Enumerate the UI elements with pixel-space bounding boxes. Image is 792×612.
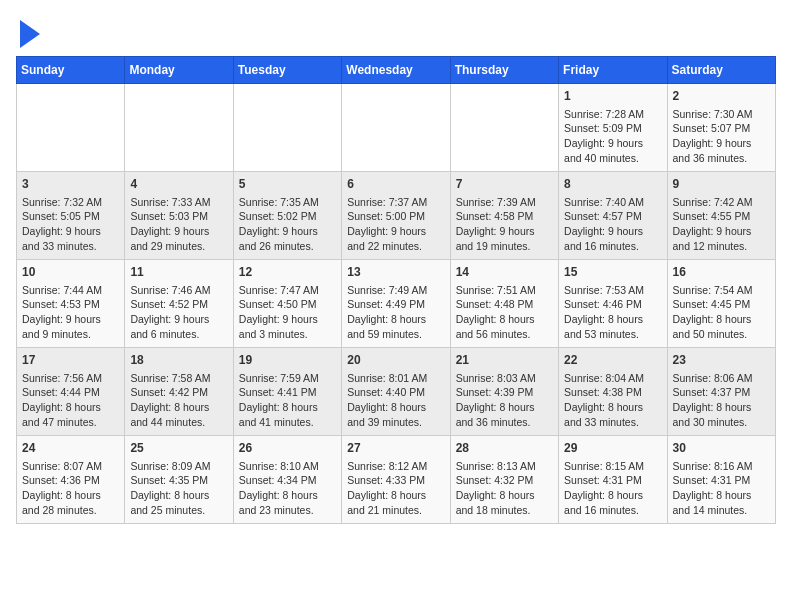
calendar-cell: 3Sunrise: 7:32 AM Sunset: 5:05 PM Daylig…	[17, 172, 125, 260]
calendar-cell	[233, 84, 341, 172]
calendar-week-row: 10Sunrise: 7:44 AM Sunset: 4:53 PM Dayli…	[17, 260, 776, 348]
day-number: 21	[456, 352, 553, 369]
day-info: Sunrise: 8:15 AM Sunset: 4:31 PM Dayligh…	[564, 459, 661, 518]
calendar-cell	[17, 84, 125, 172]
day-number: 11	[130, 264, 227, 281]
day-info: Sunrise: 8:09 AM Sunset: 4:35 PM Dayligh…	[130, 459, 227, 518]
calendar-cell: 23Sunrise: 8:06 AM Sunset: 4:37 PM Dayli…	[667, 348, 775, 436]
day-number: 14	[456, 264, 553, 281]
day-number: 25	[130, 440, 227, 457]
col-header-saturday: Saturday	[667, 57, 775, 84]
day-info: Sunrise: 8:16 AM Sunset: 4:31 PM Dayligh…	[673, 459, 770, 518]
day-number: 4	[130, 176, 227, 193]
day-info: Sunrise: 7:35 AM Sunset: 5:02 PM Dayligh…	[239, 195, 336, 254]
day-info: Sunrise: 7:40 AM Sunset: 4:57 PM Dayligh…	[564, 195, 661, 254]
calendar-cell: 10Sunrise: 7:44 AM Sunset: 4:53 PM Dayli…	[17, 260, 125, 348]
calendar-cell: 29Sunrise: 8:15 AM Sunset: 4:31 PM Dayli…	[559, 436, 667, 524]
day-info: Sunrise: 7:46 AM Sunset: 4:52 PM Dayligh…	[130, 283, 227, 342]
day-info: Sunrise: 7:54 AM Sunset: 4:45 PM Dayligh…	[673, 283, 770, 342]
day-info: Sunrise: 8:13 AM Sunset: 4:32 PM Dayligh…	[456, 459, 553, 518]
day-info: Sunrise: 7:37 AM Sunset: 5:00 PM Dayligh…	[347, 195, 444, 254]
calendar-cell: 16Sunrise: 7:54 AM Sunset: 4:45 PM Dayli…	[667, 260, 775, 348]
calendar-cell: 20Sunrise: 8:01 AM Sunset: 4:40 PM Dayli…	[342, 348, 450, 436]
calendar-cell: 1Sunrise: 7:28 AM Sunset: 5:09 PM Daylig…	[559, 84, 667, 172]
col-header-thursday: Thursday	[450, 57, 558, 84]
calendar-cell: 2Sunrise: 7:30 AM Sunset: 5:07 PM Daylig…	[667, 84, 775, 172]
calendar-header-row: SundayMondayTuesdayWednesdayThursdayFrid…	[17, 57, 776, 84]
day-info: Sunrise: 7:58 AM Sunset: 4:42 PM Dayligh…	[130, 371, 227, 430]
day-info: Sunrise: 7:32 AM Sunset: 5:05 PM Dayligh…	[22, 195, 119, 254]
calendar-cell: 27Sunrise: 8:12 AM Sunset: 4:33 PM Dayli…	[342, 436, 450, 524]
day-number: 19	[239, 352, 336, 369]
day-info: Sunrise: 7:47 AM Sunset: 4:50 PM Dayligh…	[239, 283, 336, 342]
col-header-tuesday: Tuesday	[233, 57, 341, 84]
day-info: Sunrise: 8:12 AM Sunset: 4:33 PM Dayligh…	[347, 459, 444, 518]
calendar-cell: 14Sunrise: 7:51 AM Sunset: 4:48 PM Dayli…	[450, 260, 558, 348]
day-number: 6	[347, 176, 444, 193]
day-number: 8	[564, 176, 661, 193]
day-number: 7	[456, 176, 553, 193]
day-number: 15	[564, 264, 661, 281]
calendar-cell: 12Sunrise: 7:47 AM Sunset: 4:50 PM Dayli…	[233, 260, 341, 348]
day-number: 24	[22, 440, 119, 457]
calendar-cell: 11Sunrise: 7:46 AM Sunset: 4:52 PM Dayli…	[125, 260, 233, 348]
calendar-cell: 26Sunrise: 8:10 AM Sunset: 4:34 PM Dayli…	[233, 436, 341, 524]
calendar-cell: 15Sunrise: 7:53 AM Sunset: 4:46 PM Dayli…	[559, 260, 667, 348]
calendar-table: SundayMondayTuesdayWednesdayThursdayFrid…	[16, 56, 776, 524]
calendar-cell: 21Sunrise: 8:03 AM Sunset: 4:39 PM Dayli…	[450, 348, 558, 436]
day-info: Sunrise: 7:56 AM Sunset: 4:44 PM Dayligh…	[22, 371, 119, 430]
day-number: 16	[673, 264, 770, 281]
logo-arrow-icon	[20, 20, 40, 48]
col-header-friday: Friday	[559, 57, 667, 84]
day-number: 9	[673, 176, 770, 193]
calendar-cell	[342, 84, 450, 172]
day-number: 22	[564, 352, 661, 369]
day-info: Sunrise: 7:51 AM Sunset: 4:48 PM Dayligh…	[456, 283, 553, 342]
calendar-week-row: 3Sunrise: 7:32 AM Sunset: 5:05 PM Daylig…	[17, 172, 776, 260]
calendar-cell: 4Sunrise: 7:33 AM Sunset: 5:03 PM Daylig…	[125, 172, 233, 260]
day-info: Sunrise: 7:49 AM Sunset: 4:49 PM Dayligh…	[347, 283, 444, 342]
col-header-sunday: Sunday	[17, 57, 125, 84]
day-number: 30	[673, 440, 770, 457]
day-number: 17	[22, 352, 119, 369]
day-number: 20	[347, 352, 444, 369]
calendar-cell: 6Sunrise: 7:37 AM Sunset: 5:00 PM Daylig…	[342, 172, 450, 260]
day-info: Sunrise: 7:59 AM Sunset: 4:41 PM Dayligh…	[239, 371, 336, 430]
calendar-week-row: 24Sunrise: 8:07 AM Sunset: 4:36 PM Dayli…	[17, 436, 776, 524]
day-number: 1	[564, 88, 661, 105]
day-number: 13	[347, 264, 444, 281]
day-number: 5	[239, 176, 336, 193]
calendar-cell: 24Sunrise: 8:07 AM Sunset: 4:36 PM Dayli…	[17, 436, 125, 524]
day-info: Sunrise: 7:39 AM Sunset: 4:58 PM Dayligh…	[456, 195, 553, 254]
day-number: 28	[456, 440, 553, 457]
day-number: 10	[22, 264, 119, 281]
calendar-cell: 19Sunrise: 7:59 AM Sunset: 4:41 PM Dayli…	[233, 348, 341, 436]
day-number: 12	[239, 264, 336, 281]
day-info: Sunrise: 8:04 AM Sunset: 4:38 PM Dayligh…	[564, 371, 661, 430]
day-info: Sunrise: 7:42 AM Sunset: 4:55 PM Dayligh…	[673, 195, 770, 254]
day-number: 27	[347, 440, 444, 457]
calendar-cell: 8Sunrise: 7:40 AM Sunset: 4:57 PM Daylig…	[559, 172, 667, 260]
day-info: Sunrise: 7:33 AM Sunset: 5:03 PM Dayligh…	[130, 195, 227, 254]
day-number: 29	[564, 440, 661, 457]
calendar-cell: 28Sunrise: 8:13 AM Sunset: 4:32 PM Dayli…	[450, 436, 558, 524]
day-number: 26	[239, 440, 336, 457]
day-info: Sunrise: 8:10 AM Sunset: 4:34 PM Dayligh…	[239, 459, 336, 518]
calendar-cell: 30Sunrise: 8:16 AM Sunset: 4:31 PM Dayli…	[667, 436, 775, 524]
day-info: Sunrise: 8:01 AM Sunset: 4:40 PM Dayligh…	[347, 371, 444, 430]
col-header-wednesday: Wednesday	[342, 57, 450, 84]
page-header	[16, 16, 776, 48]
calendar-cell	[450, 84, 558, 172]
day-info: Sunrise: 8:03 AM Sunset: 4:39 PM Dayligh…	[456, 371, 553, 430]
calendar-cell: 25Sunrise: 8:09 AM Sunset: 4:35 PM Dayli…	[125, 436, 233, 524]
calendar-cell: 13Sunrise: 7:49 AM Sunset: 4:49 PM Dayli…	[342, 260, 450, 348]
day-number: 3	[22, 176, 119, 193]
calendar-cell: 22Sunrise: 8:04 AM Sunset: 4:38 PM Dayli…	[559, 348, 667, 436]
calendar-week-row: 17Sunrise: 7:56 AM Sunset: 4:44 PM Dayli…	[17, 348, 776, 436]
day-info: Sunrise: 8:07 AM Sunset: 4:36 PM Dayligh…	[22, 459, 119, 518]
calendar-cell: 17Sunrise: 7:56 AM Sunset: 4:44 PM Dayli…	[17, 348, 125, 436]
col-header-monday: Monday	[125, 57, 233, 84]
day-info: Sunrise: 7:44 AM Sunset: 4:53 PM Dayligh…	[22, 283, 119, 342]
day-info: Sunrise: 7:28 AM Sunset: 5:09 PM Dayligh…	[564, 107, 661, 166]
calendar-cell: 7Sunrise: 7:39 AM Sunset: 4:58 PM Daylig…	[450, 172, 558, 260]
